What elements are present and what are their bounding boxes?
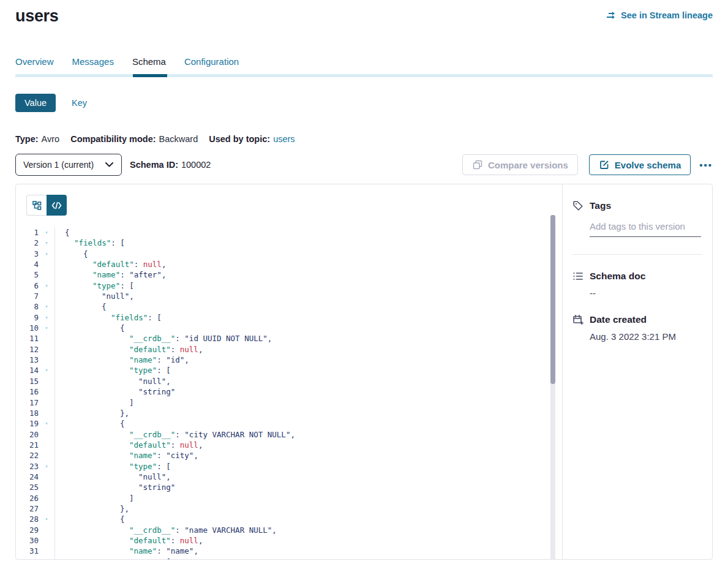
arrow-spacer [39, 269, 54, 280]
schema-code-panel: 1▾{2▾"fields": [3▾{4"default": null,5"na… [16, 184, 562, 559]
version-select[interactable]: Version 1 (current) [15, 154, 122, 176]
code-line: 24"null", [16, 472, 547, 482]
code-line: 23▾"type": [ [16, 461, 547, 472]
schema-view-toggle [26, 195, 67, 216]
collapse-arrow-icon[interactable]: ▾ [39, 323, 54, 333]
list-icon [572, 271, 584, 282]
compatibility-label: Compatibility mode: [70, 134, 156, 144]
code-line-content: }, [54, 408, 547, 418]
type-value: Avro [42, 134, 60, 144]
code-line: 3▾{ [16, 249, 547, 259]
code-line-content: "default": null, [54, 440, 547, 450]
line-number: 19 [16, 418, 39, 429]
arrow-spacer [39, 450, 54, 461]
collapse-arrow-icon[interactable]: ▾ [39, 312, 54, 323]
tags-section-header: Tags [572, 200, 702, 211]
collapse-arrow-icon[interactable]: ▾ [39, 557, 54, 559]
line-number: 7 [16, 291, 39, 301]
collapse-arrow-icon[interactable]: ▾ [39, 365, 54, 375]
tab-schema[interactable]: Schema [132, 56, 166, 67]
code-scrollbar-thumb[interactable] [550, 215, 555, 384]
tree-view-button[interactable] [26, 195, 47, 216]
code-line: 17] [16, 397, 547, 408]
code-line: 18}, [16, 408, 547, 418]
line-number: 5 [16, 269, 39, 280]
code-line: 21"default": null, [16, 440, 547, 450]
line-number: 29 [16, 525, 39, 535]
code-line: 4"default": null, [16, 259, 547, 269]
code-line-content: "string" [54, 386, 547, 397]
line-number: 14 [16, 365, 39, 375]
arrow-spacer [39, 525, 54, 535]
schema-doc-section: Schema doc -- [572, 271, 702, 298]
schema-sidebar: Tags Schema doc -- [562, 184, 712, 559]
compare-versions-label: Compare versions [488, 160, 568, 170]
line-number: 11 [16, 333, 39, 344]
collapse-arrow-icon[interactable]: ▾ [39, 418, 54, 429]
line-number: 6 [16, 280, 39, 291]
collapse-arrow-icon[interactable]: ▾ [39, 227, 54, 238]
line-number: 22 [16, 450, 39, 461]
code-line: 15"null", [16, 376, 547, 386]
code-line: 28▾{ [16, 514, 547, 524]
line-number: 3 [16, 249, 39, 259]
tab-bar: Overview Messages Schema Configuration [15, 56, 713, 67]
topic-link[interactable]: users [273, 134, 295, 144]
schema-card: 1▾{2▾"fields": [3▾{4"default": null,5"na… [15, 184, 713, 560]
line-number: 30 [16, 535, 39, 546]
collapse-arrow-icon[interactable]: ▾ [39, 280, 54, 291]
meta-compatibility: Compatibility mode: Backward [70, 134, 198, 144]
code-line-content: }, [54, 503, 547, 514]
line-number: 16 [16, 386, 39, 397]
key-toggle-button[interactable]: Key [72, 98, 87, 108]
code-line-content: "__crdb__": "city VARCHAR NOT NULL", [54, 429, 547, 440]
edit-icon [599, 159, 610, 170]
code-line: 25"string" [16, 482, 547, 492]
collapse-arrow-icon[interactable]: ▾ [39, 238, 54, 248]
code-line: 9▾"fields": [ [16, 312, 547, 323]
see-in-stream-lineage-link[interactable]: See in Stream lineage [606, 10, 713, 21]
collapse-arrow-icon[interactable]: ▾ [39, 514, 54, 524]
code-line-content: "type": [ [54, 557, 547, 559]
collapse-arrow-icon[interactable]: ▾ [39, 249, 54, 259]
date-created-header: Date created [572, 314, 702, 325]
line-number: 10 [16, 323, 39, 333]
line-number: 15 [16, 376, 39, 386]
tab-messages[interactable]: Messages [72, 56, 114, 67]
type-label: Type: [15, 134, 39, 144]
code-line: 8▾{ [16, 301, 547, 312]
line-number: 23 [16, 461, 39, 472]
code-view-button[interactable] [47, 195, 67, 216]
add-tags-input[interactable] [590, 219, 701, 237]
code-line-content: "__crdb__": "id UUID NOT NULL", [54, 333, 547, 344]
evolve-schema-button[interactable]: Evolve schema [589, 154, 691, 175]
line-number: 12 [16, 344, 39, 355]
value-key-toggle: Value Key [15, 94, 713, 112]
code-line-content: "string" [54, 482, 547, 492]
arrow-spacer [39, 472, 54, 482]
date-created-section: Date created Aug. 3 2022 3:21 PM [572, 314, 702, 342]
schema-doc-value: -- [590, 288, 702, 298]
date-created-value: Aug. 3 2022 3:21 PM [590, 331, 702, 342]
more-options-button[interactable]: ••• [699, 160, 713, 170]
line-number: 18 [16, 408, 39, 418]
compare-versions-button[interactable]: Compare versions [462, 154, 578, 175]
arrow-spacer [39, 493, 54, 503]
code-line: 12"default": null, [16, 344, 547, 355]
line-number: 9 [16, 312, 39, 323]
meta-used-by-topic: Used by topic: users [209, 134, 295, 144]
collapse-arrow-icon[interactable]: ▾ [39, 461, 54, 472]
tab-configuration[interactable]: Configuration [184, 56, 239, 67]
code-line: 27}, [16, 503, 547, 514]
date-created-title: Date created [590, 314, 647, 325]
tab-overview[interactable]: Overview [15, 56, 54, 67]
schema-id-label: Schema ID: [130, 160, 178, 170]
code-line-content: ] [54, 493, 547, 503]
code-line-content: "null", [54, 472, 547, 482]
code-line-content: { [54, 418, 547, 429]
line-number: 1 [16, 227, 39, 238]
collapse-arrow-icon[interactable]: ▾ [39, 301, 54, 312]
code-line: 29"__crdb__": "name VARCHAR NULL", [16, 525, 547, 535]
value-toggle-button[interactable]: Value [15, 94, 56, 112]
meta-type: Type: Avro [15, 134, 59, 144]
